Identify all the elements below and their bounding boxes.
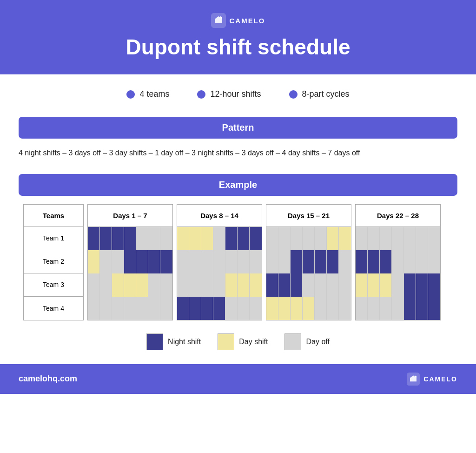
cell <box>339 227 351 250</box>
cell <box>136 227 148 250</box>
footer-logo-icon <box>407 373 420 386</box>
cell <box>416 250 428 273</box>
legend-off-label: Day off <box>306 338 329 346</box>
teams-column-header: Teams <box>24 205 83 227</box>
feature-cycles: 8-part cycles <box>289 89 350 99</box>
schedule-grid: Teams Team 1 Team 2 Team 3 Team 4 Days 1… <box>23 204 453 320</box>
days-block-8-14: Days 8 – 14 <box>177 204 262 320</box>
cell <box>201 297 213 320</box>
cell <box>392 273 404 297</box>
table-row <box>356 273 440 297</box>
cell <box>356 250 368 273</box>
cell <box>291 250 303 273</box>
days-block-15-21: Days 15 – 21 <box>266 204 351 320</box>
features-row: 4 teams 12-hour shifts 8-part cycles <box>0 74 476 108</box>
team-2-label: Team 2 <box>24 250 83 273</box>
cell <box>266 250 278 273</box>
cell <box>136 297 148 320</box>
cell <box>213 227 225 250</box>
cell <box>339 297 351 320</box>
table-row <box>177 250 262 273</box>
cell <box>392 227 404 250</box>
cell <box>112 273 124 297</box>
cell <box>356 297 368 320</box>
page-title: Dupont shift schedule <box>9 34 467 60</box>
dot-icon <box>126 90 135 99</box>
table-row <box>266 273 351 297</box>
cell <box>380 227 392 250</box>
table-row <box>266 227 351 250</box>
cell <box>380 250 392 273</box>
cell <box>291 297 303 320</box>
cell <box>404 250 416 273</box>
cell <box>404 297 416 320</box>
example-section-header: Example <box>19 174 457 196</box>
cell <box>225 297 238 320</box>
cell <box>213 273 225 297</box>
cell <box>250 273 262 297</box>
cell <box>416 297 428 320</box>
table-row <box>88 273 172 297</box>
days-block-1-7: Days 1 – 7 <box>87 204 173 320</box>
cell <box>404 273 416 297</box>
cell <box>201 250 213 273</box>
legend-off: Day off <box>284 333 329 350</box>
cell <box>380 273 392 297</box>
cell <box>278 297 291 320</box>
cell <box>238 273 250 297</box>
cell <box>356 227 368 250</box>
days-22-28-header: Days 22 – 28 <box>356 205 440 227</box>
cell <box>148 250 160 273</box>
footer: camelohq.com CAMELO <box>0 364 476 394</box>
cell <box>315 227 327 250</box>
table-row <box>266 297 351 320</box>
cell <box>238 227 250 250</box>
feature-cycles-label: 8-part cycles <box>302 89 350 99</box>
table-row <box>266 250 351 273</box>
cell <box>339 273 351 297</box>
cell <box>266 297 278 320</box>
cell <box>148 273 160 297</box>
example-section: Example Teams Team 1 Team 2 Team 3 Team … <box>19 174 457 320</box>
days-1-7-header: Days 1 – 7 <box>88 205 172 227</box>
cell <box>291 227 303 250</box>
cell <box>368 250 380 273</box>
cell <box>112 250 124 273</box>
cell <box>368 273 380 297</box>
feature-teams: 4 teams <box>126 89 169 99</box>
cell <box>428 273 440 297</box>
table-row <box>88 297 172 320</box>
pattern-section-header: Pattern <box>19 117 457 139</box>
team-3-label: Team 3 <box>24 273 83 297</box>
cell <box>278 227 291 250</box>
cell <box>368 297 380 320</box>
days-8-14-header: Days 8 – 14 <box>177 205 262 227</box>
cell <box>278 250 291 273</box>
cell <box>189 297 201 320</box>
legend: Night shift Day shift Day off <box>0 320 476 360</box>
cell <box>160 250 172 273</box>
cell <box>124 273 136 297</box>
feature-shifts-label: 12-hour shifts <box>210 89 261 99</box>
cell <box>339 250 351 273</box>
team-4-label: Team 4 <box>24 297 83 320</box>
cell <box>201 227 213 250</box>
cell <box>177 250 189 273</box>
cell <box>100 227 112 250</box>
cell <box>404 227 416 250</box>
cell <box>189 273 201 297</box>
cell <box>177 227 189 250</box>
cell <box>201 273 213 297</box>
cell <box>225 250 238 273</box>
cell <box>88 273 100 297</box>
cell <box>88 227 100 250</box>
footer-logo-text: CAMELO <box>423 375 457 383</box>
cell <box>124 250 136 273</box>
cell <box>189 227 201 250</box>
cell <box>213 250 225 273</box>
logo-area: CAMELO <box>9 13 467 28</box>
cell <box>160 227 172 250</box>
cell <box>225 227 238 250</box>
table-row <box>356 297 440 320</box>
feature-shifts: 12-hour shifts <box>197 89 261 99</box>
